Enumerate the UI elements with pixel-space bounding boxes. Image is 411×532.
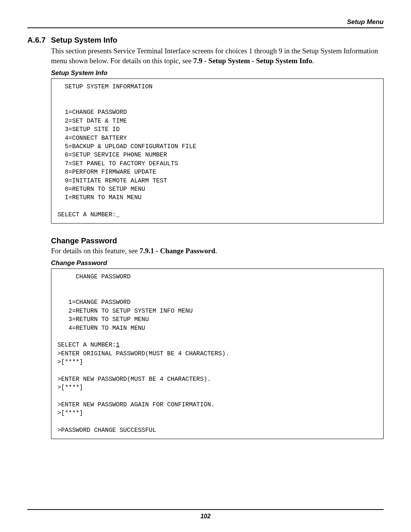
intro-crossref: 7.9 - Setup System - Setup System Info	[193, 57, 312, 65]
terminal2-item-3: 3=RETURN TO SETUP MENU	[57, 316, 149, 323]
figure-caption-2: Change Password	[51, 259, 384, 267]
page-number: 102	[27, 513, 384, 520]
terminal2-prompt-value: 1	[116, 342, 120, 348]
terminal1-title: SETUP SYSTEM INFORMATION	[57, 83, 153, 90]
terminal1-item-9: 9=INITIATE REMOTE ALARM TEST	[57, 177, 167, 184]
terminal1-item-4: 4=CONNECT BATTERY	[57, 135, 127, 142]
section-body: This section presents Service Terminal I…	[51, 46, 384, 439]
terminal1-item-5: 5=BACKUP & UPLOAD CONFIGURATION FILE	[57, 143, 196, 150]
section-title: Setup System Info	[51, 36, 117, 44]
sub-text-post: .	[215, 247, 217, 255]
terminal1-item-3: 3=SETUP SITE ID	[57, 126, 119, 133]
terminal2-line-1: >ENTER ORIGINAL PASSWORD(MUST BE 4 CHARA…	[57, 350, 229, 357]
content-area: Setup Menu A.6.7Setup System Info This s…	[27, 18, 384, 505]
terminal2-line-7: >ENTER NEW PASSWORD AGAIN FOR CONFIRMATI…	[57, 401, 215, 408]
page: Setup Menu A.6.7Setup System Info This s…	[0, 0, 411, 532]
footer-rule	[27, 509, 384, 510]
terminal1-item-1: 1=CHANGE PASSWORD	[57, 109, 127, 116]
sub-text-pre: For details on this feature, see	[51, 247, 140, 255]
sub-paragraph: For details on this feature, see 7.9.1 -…	[51, 246, 384, 256]
terminal2-title: CHANGE PASSWORD	[57, 273, 131, 280]
footer: 102	[27, 505, 384, 520]
terminal2-item-2: 2=RETURN TO SETUP SYSTEM INFO MENU	[57, 308, 193, 315]
terminal-change-password: CHANGE PASSWORD 1=CHANGE PASSWORD 2=RETU…	[51, 268, 384, 439]
terminal1-item-0: 0=RETURN TO SETUP MENU	[57, 186, 145, 193]
running-header-text: Setup Menu	[347, 18, 384, 26]
terminal-setup-system-info: SETUP SYSTEM INFORMATION 1=CHANGE PASSWO…	[51, 78, 384, 223]
section-number: A.6.7	[27, 36, 46, 44]
terminal1-prompt: SELECT A NUMBER:_	[57, 211, 119, 218]
terminal2-line-4: >ENTER NEW PASSWORD(MUST BE 4 CHARACTERS…	[57, 376, 211, 383]
intro-text-post: .	[312, 57, 314, 65]
terminal2-line-10: >PASSWORD CHANGE SUCCESSFUL	[57, 427, 156, 434]
terminal2-line-2: >[****]	[57, 359, 83, 366]
terminal2-item-1: 1=CHANGE PASSWORD	[57, 299, 131, 306]
terminal1-item-6: 6=SETUP SERVICE PHONE NUMBER	[57, 152, 167, 158]
section-heading: A.6.7Setup System Info	[27, 36, 384, 45]
sub-heading: Change Password	[51, 236, 384, 245]
terminal1-item-8: 8=PERFORM FIRMWARE UPDATE	[57, 169, 156, 176]
terminal2-line-8: >[****]	[57, 410, 83, 417]
header-rule	[27, 27, 384, 28]
terminal2-item-4: 4=RETURN TO MAIN MENU	[57, 325, 145, 332]
terminal1-item-I: I=RETURN TO MAIN MENU	[57, 194, 142, 201]
terminal2-prompt-label: SELECT A NUMBER:	[57, 342, 116, 348]
intro-paragraph: This section presents Service Terminal I…	[51, 46, 384, 66]
figure-caption-1: Setup System Info	[51, 69, 384, 77]
terminal1-item-2: 2=SET DATE & TIME	[57, 118, 127, 125]
terminal1-item-7: 7=SET PANEL TO FACTORY DEFAULTS	[57, 160, 178, 167]
terminal2-line-5: >[****]	[57, 384, 83, 391]
sub-crossref: 7.9.1 - Change Password	[140, 247, 215, 255]
running-header: Setup Menu	[27, 18, 384, 27]
